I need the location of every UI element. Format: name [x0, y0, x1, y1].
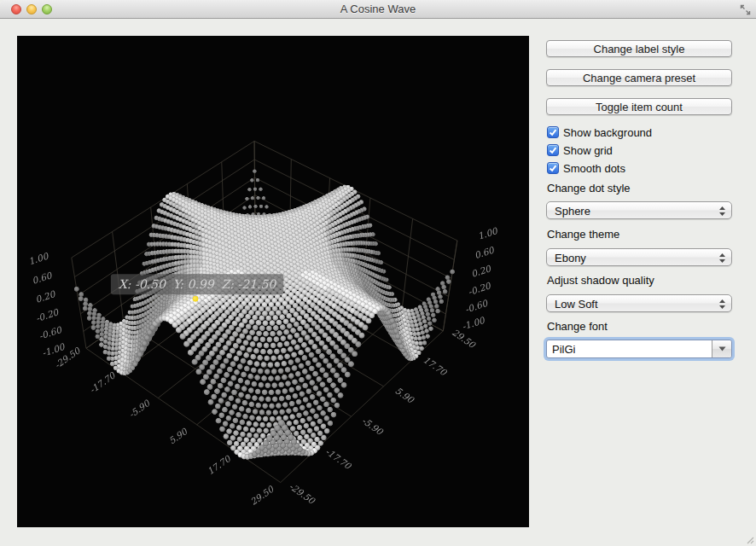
font-section-label: Change font — [547, 320, 608, 333]
shadow-quality-section-label: Adjust shadow quality — [547, 274, 654, 287]
close-button[interactable] — [11, 4, 21, 15]
change-label-style-button[interactable]: Change label style — [546, 40, 732, 57]
show-grid-label: Show grid — [563, 144, 613, 157]
check-icon — [548, 163, 558, 173]
window-title: A Cosine Wave — [0, 0, 756, 19]
checkbox-row-show-background: Show background — [547, 125, 652, 139]
dot-style-section-label: Change dot style — [547, 182, 631, 195]
check-icon — [548, 127, 558, 137]
smooth-dots-label: Smooth dots — [563, 162, 625, 175]
change-camera-preset-button[interactable]: Change camera preset — [546, 69, 732, 86]
title-bar: A Cosine Wave — [0, 0, 756, 19]
updown-arrows-icon — [718, 299, 726, 310]
checkbox-row-show-grid: Show grid — [547, 143, 613, 157]
checkbox-row-smooth-dots: Smooth dots — [547, 161, 625, 175]
show-background-checkbox[interactable] — [547, 126, 559, 138]
resize-grip[interactable] — [745, 535, 754, 544]
scatter-3d-canvas[interactable] — [17, 36, 529, 527]
font-value: PilGi — [552, 343, 575, 357]
smooth-dots-checkbox[interactable] — [547, 162, 559, 174]
updown-arrows-icon — [718, 206, 726, 217]
app-window: { "window": { "title": "A Cosine Wave" }… — [0, 0, 756, 546]
plot-area — [17, 36, 529, 527]
fullscreen-icon[interactable] — [740, 4, 751, 15]
check-icon — [548, 145, 558, 155]
dropdown-arrow-icon — [718, 346, 726, 351]
show-background-label: Show background — [563, 126, 652, 139]
theme-value: Ebony — [555, 251, 586, 265]
combo-dropdown-button[interactable] — [712, 340, 731, 357]
dot-style-value: Sphere — [555, 204, 590, 218]
dot-style-select[interactable]: Sphere — [546, 201, 732, 219]
shadow-quality-select[interactable]: Low Soft — [546, 294, 732, 312]
toggle-item-count-button[interactable]: Toggle item count — [546, 98, 732, 115]
theme-select[interactable]: Ebony — [546, 248, 732, 266]
shadow-quality-value: Low Soft — [555, 297, 598, 311]
font-combobox[interactable]: PilGi — [546, 340, 732, 358]
minimize-button[interactable] — [26, 4, 37, 15]
updown-arrows-icon — [718, 253, 726, 264]
theme-section-label: Change theme — [547, 228, 619, 241]
zoom-button[interactable] — [42, 4, 52, 15]
show-grid-checkbox[interactable] — [547, 144, 559, 156]
